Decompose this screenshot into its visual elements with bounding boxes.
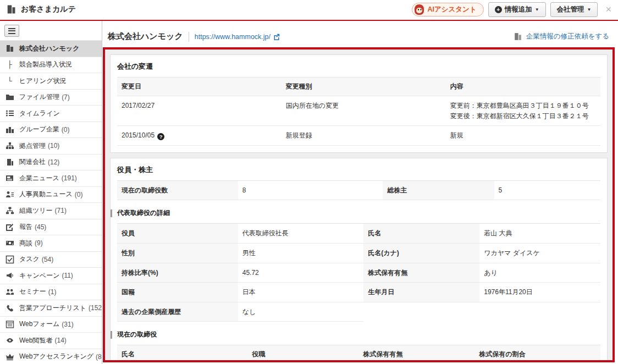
field-label: 氏名(カナ) <box>363 243 479 263</box>
deal-icon <box>5 239 14 247</box>
field-label: 性別 <box>117 243 238 263</box>
history-table: 変更日変更種別内容 2017/02/27国内所在地の変更変更前：東京都豊島区高田… <box>117 77 600 146</box>
sidebar-item-label: タスク <box>19 255 40 264</box>
directors-head-row: 氏名役職株式保有有無株式保有の割合 <box>117 345 600 362</box>
campaign-icon <box>5 271 14 280</box>
sidebar-item-label: タイムライン <box>19 109 60 118</box>
ai-assistant-label: AIアシスタント <box>427 5 476 14</box>
main-content: 株式会社ハンモック https://www.hammock.jp/ 企業情報の修… <box>103 21 618 364</box>
sidebar-item-label: 企業ニュース <box>19 174 59 183</box>
sidebar-item[interactable]: 商談(9) <box>0 235 102 251</box>
folder-icon <box>5 93 14 102</box>
add-info-button[interactable]: + 情報追加 ▼ <box>488 2 546 17</box>
sidebar-item[interactable]: 報告(45) <box>0 219 102 235</box>
sidebar-item-count: (12) <box>48 158 59 166</box>
edit-request-label: 企業情報の修正依頼をする <box>526 32 609 41</box>
representative-row: 持株比率(%)45.72株式保有有無あり <box>117 263 600 283</box>
sidebar-toggle-button[interactable] <box>4 25 19 37</box>
column-header: 氏名 <box>117 345 247 362</box>
sidebar-item-count: (7) <box>62 93 70 101</box>
history-change-type: 新規登録 <box>282 126 446 146</box>
empty-cell <box>363 302 479 322</box>
web-viewer-icon <box>5 336 14 345</box>
field-label: 過去の企業倒産履歴 <box>117 302 238 322</box>
sidebar-item-count: (45) <box>35 223 46 231</box>
task-icon <box>5 255 14 264</box>
history-content-line: 変更前：東京都豊島区高田３丁目１９番１０号 <box>450 101 596 111</box>
history-content-line: 変更後：東京都新宿区大久保１丁目３番２１号 <box>450 111 596 122</box>
current-directors-subtitle: 現在の取締役 <box>111 330 600 339</box>
sidebar-item-label: 関連会社 <box>19 157 46 167</box>
sidebar-item[interactable]: 営業アプローチリスト(152) <box>0 300 102 316</box>
sidebar-item[interactable]: └ヒアリング状況 <box>0 73 102 89</box>
field-label: 役員 <box>117 224 238 244</box>
sidebar-item[interactable]: 拠点管理(10) <box>0 137 102 154</box>
sidebar-item[interactable]: ファイル管理(7) <box>0 89 102 106</box>
sidebar-item[interactable]: 関連会社(12) <box>0 154 102 170</box>
field-label: 国籍 <box>117 283 238 302</box>
column-header: 株式保有の割合 <box>474 345 600 362</box>
sidebar-menu: 株式会社ハンモック├競合製品導入状況└ヒアリング状況ファイル管理(7)タイムライ… <box>0 40 102 364</box>
field-value: あり <box>479 263 600 283</box>
company-info-edit-request-link[interactable]: 企業情報の修正依頼をする <box>513 32 609 41</box>
history-head-row: 変更日変更種別内容 <box>117 78 600 96</box>
sidebar-item[interactable]: タスク(54) <box>0 251 102 268</box>
sidebar-item-label: 組織ツリー <box>19 206 53 216</box>
sidebar-item[interactable]: 人事異動ニュース(0) <box>0 186 102 203</box>
sidebar-item-count: (71) <box>55 207 67 214</box>
sidebar-item-count: (54) <box>42 256 53 263</box>
sites-icon <box>5 141 14 150</box>
owl-mascot-icon <box>415 4 424 15</box>
history-section-title: 会社の変遷 <box>117 56 600 77</box>
sidebar-item[interactable]: タイムライン <box>0 105 102 122</box>
sidebar-item-label: 報告 <box>19 222 32 231</box>
sidebar-item-count: (11) <box>62 272 73 279</box>
field-label: 株式保有有無 <box>363 263 479 283</box>
sidebar-item[interactable]: Webフォーム(31) <box>0 316 102 333</box>
sidebar-item-label: ヒアリング状況 <box>19 76 66 86</box>
sidebar-item[interactable]: Web閲覧者(14) <box>0 332 102 349</box>
company-name: 株式会社ハンモック <box>108 31 183 42</box>
org-tree-icon <box>5 206 14 215</box>
app-title: お客さまカルテ <box>21 4 76 14</box>
divider <box>189 32 189 42</box>
sidebar-item-count: (0) <box>62 126 70 134</box>
representative-table: 役員代表取締役社長氏名若山 大典性別男性氏名(カナ)ワカヤマ ダイスケ持株比率(… <box>117 223 600 322</box>
close-icon[interactable]: × <box>605 4 611 14</box>
sidebar-item[interactable]: 株式会社ハンモック <box>0 40 102 57</box>
officers-section-title: 役員・株主 <box>117 159 600 180</box>
representative-row: 過去の企業倒産履歴なし <box>117 302 600 322</box>
timeline-icon <box>5 109 14 118</box>
ai-assistant-button[interactable]: AIアシスタント <box>412 3 483 16</box>
total-shareholders-label: 総株主 <box>383 180 494 200</box>
sidebar-item[interactable]: ├競合製品導入状況 <box>0 57 102 73</box>
app-logo-building-icon <box>5 4 16 15</box>
representative-row: 国籍日本生年月日1976年11月20日 <box>117 283 600 302</box>
history-column-header: 変更日 <box>117 78 282 96</box>
sidebar-item-count: (152) <box>89 304 102 312</box>
company-admin-button[interactable]: 会社管理 ▼ <box>550 2 598 17</box>
column-header: 株式保有有無 <box>358 345 474 362</box>
tree-end-icon: └ <box>5 77 14 85</box>
sidebar-item[interactable]: セミナー(1) <box>0 284 102 300</box>
history-body: 2017/02/27国内所在地の変更変更前：東京都豊島区高田３丁目１９番１０号変… <box>117 96 600 146</box>
personnel-news-icon <box>5 190 14 199</box>
sales-approach-icon <box>5 304 14 312</box>
sidebar-item-label: 株式会社ハンモック <box>19 44 79 53</box>
sidebar-item-label: グループ企業 <box>19 125 59 134</box>
sidebar-item[interactable]: Webアクセスランキング(82) <box>0 349 102 364</box>
sidebar-item[interactable]: 組織ツリー(71) <box>0 202 102 219</box>
representative-body: 役員代表取締役社長氏名若山 大典性別男性氏名(カナ)ワカヤマ ダイスケ持株比率(… <box>117 224 600 322</box>
sidebar-item[interactable]: キャンペーン(11) <box>0 267 102 284</box>
field-value: 45.72 <box>238 263 364 283</box>
company-url-link[interactable]: https://www.hammock.jp/ <box>195 33 280 41</box>
sidebar-item-count: (9) <box>35 239 43 247</box>
sidebar-item-count: (0) <box>75 191 83 198</box>
annotation-red-box: 会社の変遷 変更日変更種別内容 2017/02/27国内所在地の変更変更前：東京… <box>103 47 615 362</box>
current-directors-table: 氏名役職株式保有有無株式保有の割合 若山 大典代表取締役あり45.72%高橋 美… <box>117 345 600 362</box>
sidebar-item-label: Webフォーム <box>19 319 59 329</box>
sidebar-item[interactable]: 企業ニュース(191) <box>0 170 102 186</box>
app-header: お客さまカルテ AIアシスタント + 情報追加 ▼ 会社管理 ▼ × <box>0 0 618 21</box>
help-icon[interactable]: ? <box>157 133 164 140</box>
sidebar-item[interactable]: グループ企業(0) <box>0 122 102 138</box>
